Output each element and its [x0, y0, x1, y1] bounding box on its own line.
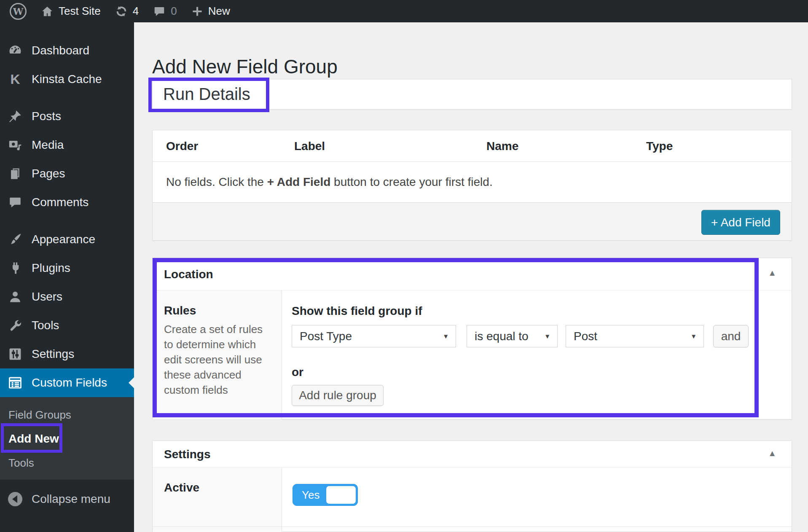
kinsta-k-icon: K: [7, 72, 23, 87]
sidebar-item-comments[interactable]: Comments: [0, 188, 134, 217]
select-caret-icon: ▼: [544, 333, 550, 340]
location-header: Location ▲: [153, 258, 792, 290]
settings-header: Settings ▲: [153, 441, 792, 468]
column-header-label: Label: [294, 130, 325, 162]
collapse-arrow-icon: [7, 492, 23, 506]
sidebar-item-tools[interactable]: Tools: [0, 311, 134, 340]
new-label: New: [208, 5, 230, 18]
toggle-yes-label: Yes: [302, 484, 319, 505]
collapse-panel-icon[interactable]: ▲: [768, 268, 776, 278]
table-icon: [7, 376, 23, 390]
comments-count: 0: [171, 5, 177, 18]
gauge-icon: [7, 43, 23, 58]
sidebar-item-settings[interactable]: Settings: [0, 340, 134, 368]
sidebar-item-label: Posts: [32, 110, 61, 123]
fields-table: Order Label Name Type No fields. Click t…: [152, 130, 792, 241]
new-content-menu[interactable]: New: [184, 0, 237, 22]
sidebar-item-label: Media: [32, 138, 64, 152]
location-title: Location: [164, 258, 213, 290]
column-header-order: Order: [166, 130, 198, 162]
sidebar-item-label: Appearance: [32, 233, 95, 246]
wordpress-admin-screen: { "admin_bar": { "site_name": "Test Site…: [0, 0, 808, 532]
rule-value-select[interactable]: Post ▼: [566, 325, 704, 347]
settings-row-divider: [153, 527, 792, 527]
updates-menu[interactable]: 4: [108, 0, 146, 22]
sidebar-item-users[interactable]: Users: [0, 282, 134, 311]
column-header-name: Name: [486, 130, 518, 162]
sidebar-subitem-add-new[interactable]: Add New: [0, 425, 134, 453]
custom-fields-submenu: Field Groups Add New Tools: [0, 397, 134, 480]
field-group-title-input[interactable]: Run Details: [152, 79, 792, 110]
sidebar-subitem-field-groups[interactable]: Field Groups: [0, 405, 134, 425]
fields-table-footer: + Add Field: [153, 202, 792, 240]
user-icon: [7, 290, 23, 304]
sidebar-item-label: Tools: [32, 319, 59, 332]
updates-count: 4: [133, 5, 139, 18]
add-rule-group-button[interactable]: Add rule group: [292, 385, 384, 406]
sidebar-item-label: Dashboard: [32, 44, 89, 57]
sliders-icon: [7, 347, 23, 361]
sidebar-item-posts[interactable]: Posts: [0, 102, 134, 131]
pushpin-icon: [7, 109, 23, 124]
active-toggle[interactable]: Yes: [293, 484, 358, 506]
field-group-title-value: Run Details: [163, 79, 250, 109]
media-icon: [7, 138, 23, 152]
add-field-button[interactable]: + Add Field: [701, 210, 780, 235]
sidebar-item-label: Pages: [32, 167, 65, 180]
show-if-label: Show this field group if: [292, 304, 422, 318]
settings-label-column: Active: [153, 468, 282, 532]
column-header-type: Type: [646, 130, 673, 162]
sidebar-subitem-tools[interactable]: Tools: [0, 453, 134, 473]
settings-title: Settings: [164, 441, 210, 468]
sidebar-item-pages[interactable]: Pages: [0, 159, 134, 188]
pages-icon: [7, 167, 23, 181]
wordpress-logo-icon: W: [10, 3, 27, 20]
collapse-menu-label: Collapse menu: [32, 492, 110, 506]
location-rules-column: Rules Create a set of rules to determine…: [153, 290, 282, 419]
sidebar-item-plugins[interactable]: Plugins: [0, 254, 134, 282]
updates-icon: [115, 5, 128, 18]
location-metabox: Location ▲ Rules Create a set of rules t…: [152, 258, 792, 419]
sidebar-item-label: Comments: [32, 196, 89, 209]
or-label: or: [292, 365, 303, 379]
admin-sidebar: Dashboard K Kinsta Cache Posts: [0, 22, 134, 532]
sidebar-item-dashboard[interactable]: Dashboard: [0, 36, 134, 65]
paintbrush-icon: [7, 232, 23, 247]
select-caret-icon: ▼: [443, 333, 449, 340]
toggle-knob: [326, 486, 356, 504]
select-caret-icon: ▼: [690, 333, 697, 340]
sidebar-item-media[interactable]: Media: [0, 131, 134, 159]
settings-metabox: Settings ▲ Active Yes: [152, 441, 792, 532]
comments-menu[interactable]: 0: [146, 0, 184, 22]
no-fields-message: No fields. Click the + Add Field button …: [166, 162, 493, 202]
rule-operator-select[interactable]: is equal to ▼: [467, 325, 558, 347]
admin-bar: W Test Site 4: [0, 0, 808, 22]
and-rule-button[interactable]: and: [713, 325, 749, 347]
comment-bubble-icon: [7, 195, 23, 210]
home-icon: [41, 5, 54, 18]
collapse-menu-button[interactable]: Collapse menu: [0, 489, 134, 509]
wp-logo-menu[interactable]: W: [0, 0, 34, 22]
sidebar-item-kinsta-cache[interactable]: K Kinsta Cache: [0, 65, 134, 94]
sidebar-item-label: Custom Fields: [32, 376, 107, 390]
no-fields-message-bold: + Add Field: [267, 175, 331, 188]
sidebar-item-label: Settings: [32, 347, 74, 361]
fields-table-header: Order Label Name Type: [153, 130, 792, 162]
wrench-icon: [7, 318, 23, 333]
sidebar-item-label: Plugins: [32, 261, 70, 275]
page-title: Add New Field Group: [152, 55, 338, 78]
site-name-label: Test Site: [59, 5, 101, 18]
sidebar-item-label: Kinsta Cache: [32, 73, 102, 86]
rules-title: Rules: [164, 304, 196, 317]
sidebar-item-appearance[interactable]: Appearance: [0, 225, 134, 254]
rule-param-select[interactable]: Post Type ▼: [292, 325, 456, 347]
comment-bubble-icon: [153, 5, 166, 18]
plus-icon: [191, 5, 203, 17]
collapse-panel-icon[interactable]: ▲: [768, 449, 776, 458]
sidebar-item-label: Users: [32, 290, 62, 304]
rules-description: Create a set of rules to determine which…: [164, 322, 273, 398]
active-label: Active: [164, 481, 199, 494]
plug-icon: [7, 261, 23, 275]
site-name-menu[interactable]: Test Site: [34, 0, 108, 22]
sidebar-item-custom-fields[interactable]: Custom Fields: [0, 368, 134, 397]
